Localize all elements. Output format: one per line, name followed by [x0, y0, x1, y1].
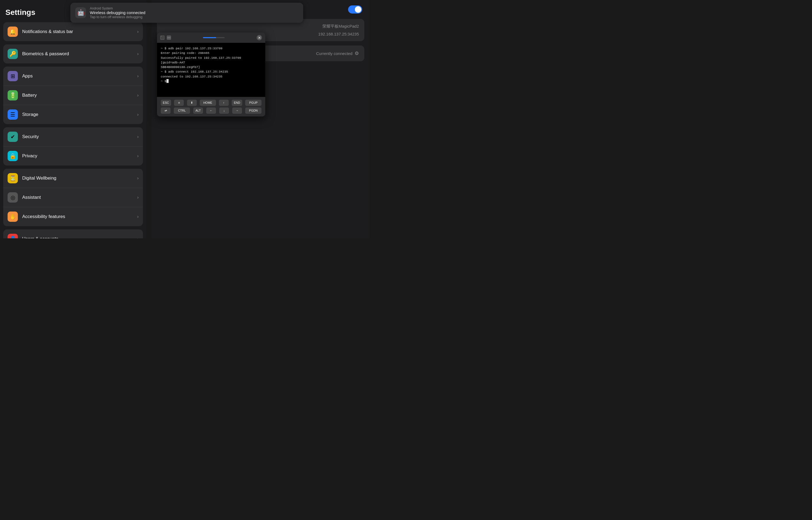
- kb-key-end[interactable]: END: [232, 100, 242, 106]
- digital_wellbeing-label: Digital Wellbeing: [22, 176, 137, 181]
- notification-subtitle: Tap to turn off wireless debugging: [90, 15, 298, 19]
- digital_wellbeing-icon: ⏳: [7, 173, 18, 183]
- terminal-window: ⬛ — ✕ ~ $ adb pair 192.168.137.25:33709E…: [157, 32, 265, 116]
- settings-item-battery[interactable]: 🔋 Battery ›: [3, 86, 143, 105]
- security-chevron: ›: [137, 134, 139, 139]
- wireless-debugging-toggle[interactable]: [348, 5, 362, 14]
- terminal-keyboard: ESC≡⬆HOME↑ENDPGUP⇌CTRLALT←↓→PGDN: [157, 97, 265, 116]
- keyboard-row-0: ESC≡⬆HOME↑ENDPGUP: [159, 100, 263, 106]
- settings-item-assistant[interactable]: ◎ Assistant ›: [3, 188, 143, 207]
- settings-panel: Settings 🔔 Notifications & status bar › …: [0, 0, 146, 238]
- terminal-progress: [203, 37, 225, 38]
- kb-key-_[interactable]: ⇌: [161, 107, 170, 114]
- keyboard-row-1: ⇌CTRLALT←↓→PGDN: [159, 107, 263, 114]
- settings-gear-icon[interactable]: ⚙: [355, 50, 359, 56]
- storage-label: Storage: [22, 112, 137, 117]
- assistant-label: Assistant: [22, 195, 137, 200]
- terminal-titlebar: ⬛ — ✕: [157, 32, 265, 43]
- terminal-line-2: Successfully paired to 192.168.137.25:33…: [161, 55, 261, 65]
- terminal-minus-btn[interactable]: —: [167, 35, 171, 40]
- users-label: Users & accounts: [22, 236, 137, 238]
- privacy-icon: 🔒: [7, 151, 18, 161]
- privacy-label: Privacy: [22, 153, 137, 159]
- notifications-chevron: ›: [137, 29, 139, 34]
- assistant-icon: ◎: [7, 192, 18, 203]
- terminal-line-1: Enter pairing code: 298465: [161, 51, 261, 55]
- settings-item-notifications[interactable]: 🔔 Notifications & status bar ›: [3, 22, 143, 41]
- apps-label: Apps: [22, 73, 137, 79]
- kb-key-pgup[interactable]: PGUP: [245, 100, 261, 106]
- security-icon: ✔: [7, 132, 18, 142]
- biometrics-label: Biometrics & password: [22, 51, 137, 57]
- settings-item-apps[interactable]: ⊞ Apps ›: [3, 67, 143, 86]
- settings-item-accessibility[interactable]: ✋ Accessibility features ›: [3, 207, 143, 226]
- kb-key-_[interactable]: →: [232, 107, 242, 114]
- digital_wellbeing-chevron: ›: [137, 176, 139, 181]
- apps-chevron: ›: [137, 74, 139, 79]
- device-name: 荣耀平板MagicPad2: [323, 24, 359, 29]
- kb-key-ctrl[interactable]: CTRL: [174, 107, 190, 114]
- kb-key-_[interactable]: ↑: [219, 100, 229, 106]
- accessibility-icon: ✋: [7, 211, 18, 222]
- kb-key-pgdn[interactable]: PGDN: [245, 107, 261, 114]
- biometrics-icon: 🔑: [7, 49, 18, 59]
- accessibility-chevron: ›: [137, 214, 139, 219]
- terminal-line-0: ~ $ adb pair 192.168.137.25:33709: [161, 46, 261, 51]
- notifications-icon: 🔔: [7, 27, 18, 37]
- terminal-body[interactable]: ~ $ adb pair 192.168.137.25:33709Enter p…: [157, 43, 265, 97]
- terminal-square-btn[interactable]: ⬛: [160, 35, 165, 40]
- assistant-chevron: ›: [137, 195, 139, 200]
- kb-key-_[interactable]: ⬆: [187, 100, 197, 106]
- kb-key-_[interactable]: ↓: [219, 107, 229, 114]
- security-label: Security: [22, 134, 137, 139]
- terminal-cursor: [166, 79, 169, 83]
- terminal-line-4: ~ $ adb connect 192.168.137.25:34235: [161, 69, 261, 74]
- kb-key-esc[interactable]: ESC: [161, 100, 171, 106]
- notification-title: Wireless debugging connected: [90, 10, 298, 15]
- notification-source: Android System: [90, 6, 298, 10]
- notification-icon: 🤖: [75, 7, 86, 18]
- privacy-chevron: ›: [137, 154, 139, 158]
- device-ip-port: 192.168.137.25:34235: [318, 32, 359, 36]
- battery-icon: 🔋: [7, 90, 18, 101]
- kb-key-home[interactable]: HOME: [200, 100, 216, 106]
- users-chevron: ›: [137, 236, 139, 238]
- kb-key-alt[interactable]: ALT: [193, 107, 203, 114]
- terminal-line-6: ~ $: [161, 79, 261, 83]
- settings-item-users[interactable]: 👤 Users & accounts ›: [3, 229, 143, 238]
- battery-label: Battery: [22, 93, 137, 98]
- settings-item-digital_wellbeing[interactable]: ⏳ Digital Wellbeing ›: [3, 169, 143, 188]
- settings-item-security[interactable]: ✔ Security ›: [3, 127, 143, 147]
- currently-connected-label: Currently connected: [316, 51, 353, 56]
- settings-item-biometrics[interactable]: 🔑 Biometrics & password ›: [3, 45, 143, 63]
- terminal-progress-bar: [203, 37, 216, 38]
- battery-chevron: ›: [137, 93, 139, 98]
- users-icon: 👤: [7, 234, 18, 238]
- settings-item-storage[interactable]: ☰ Storage ›: [3, 105, 143, 124]
- storage-icon: ☰: [7, 109, 18, 120]
- settings-list: 🔔 Notifications & status bar › 🔑 Biometr…: [0, 22, 146, 238]
- notifications-label: Notifications & status bar: [22, 29, 137, 34]
- terminal-line-5: connected to 192.168.137.25:34235: [161, 74, 261, 79]
- terminal-controls: ⬛ —: [160, 35, 171, 40]
- notification-banner[interactable]: 🤖 Android System Wireless debugging conn…: [71, 3, 303, 23]
- kb-key-_[interactable]: ←: [206, 107, 216, 114]
- biometrics-chevron: ›: [137, 51, 139, 56]
- settings-item-privacy[interactable]: 🔒 Privacy ›: [3, 147, 143, 165]
- terminal-line-3: SBB4B08000188-zegFb7]: [161, 65, 261, 69]
- kb-key-_[interactable]: ≡: [174, 100, 184, 106]
- apps-icon: ⊞: [7, 71, 18, 81]
- terminal-close-btn[interactable]: ✕: [257, 35, 262, 41]
- storage-chevron: ›: [137, 112, 139, 117]
- accessibility-label: Accessibility features: [22, 214, 137, 219]
- notification-text: Android System Wireless debugging connec…: [90, 6, 298, 19]
